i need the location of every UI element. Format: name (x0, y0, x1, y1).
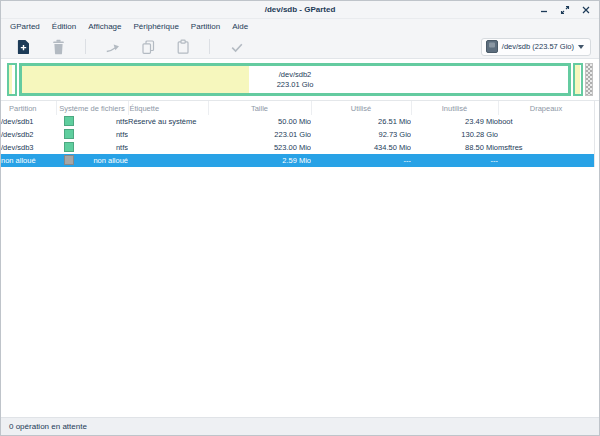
cell-filesystem: ntfs (56, 115, 128, 128)
gparted-window: { "window": { "title": "/dev/sdb - GPart… (0, 0, 600, 436)
cell-partition: /dev/sdb2 (1, 128, 56, 141)
cell-flags: boot (498, 115, 594, 128)
cell-flags (498, 154, 594, 167)
cell-unused: --- (411, 154, 498, 167)
paste-button[interactable] (174, 38, 191, 55)
cell-label (128, 141, 208, 154)
toolbar: /dev/sdb (223.57 Gio) (1, 35, 599, 59)
col-header-flags[interactable]: Drapeaux (498, 101, 594, 115)
cell-partition: non alloué (1, 154, 56, 167)
resize-move-button[interactable] (104, 38, 121, 55)
cell-unused: 130.28 Gio (411, 128, 498, 141)
resize-move-icon (105, 39, 121, 55)
status-text: 0 opération en attente (9, 422, 87, 431)
menu-peripherique[interactable]: Périphérique (127, 19, 184, 35)
close-icon (581, 5, 591, 15)
disk-segment-sdb3[interactable] (573, 63, 583, 96)
menu-edition[interactable]: Édition (46, 19, 82, 35)
table-row-sdb2[interactable]: /dev/sdb2 ntfs 223.01 Gio 92.73 Gio 130.… (1, 128, 594, 141)
new-partition-icon (16, 39, 31, 55)
title-bar[interactable]: /dev/sdb - GParted (1, 1, 599, 19)
disk-segment-unallocated[interactable] (585, 63, 593, 96)
col-header-partition[interactable]: Partition (1, 101, 56, 115)
menu-affichage[interactable]: Affichage (82, 19, 127, 35)
cell-flags (498, 128, 594, 141)
cell-used: --- (311, 154, 411, 167)
paste-icon (175, 39, 191, 55)
cell-flags: msftres (498, 141, 594, 154)
chevron-down-icon (578, 45, 584, 49)
fs-color-swatch (64, 129, 74, 139)
disk-segment-sdb1[interactable] (7, 63, 17, 96)
cell-unused: 88.50 Mio (411, 141, 498, 154)
minimize-icon (539, 5, 549, 15)
cell-partition: /dev/sdb3 (1, 141, 56, 154)
menu-bar: GParted Édition Affichage Périphérique P… (1, 19, 599, 35)
cell-filesystem: non alloué (56, 154, 128, 167)
menu-aide[interactable]: Aide (226, 19, 254, 35)
device-selector-label: /dev/sdb (223.57 Gio) (502, 42, 574, 51)
disk-visual-panel: /dev/sdb2 223.01 Gio (1, 59, 599, 101)
menu-gparted[interactable]: GParted (4, 19, 46, 35)
fs-color-swatch (64, 155, 74, 165)
col-header-label[interactable]: Étiquette (128, 101, 208, 115)
cell-label: Réservé au système (128, 115, 208, 128)
apply-check-icon (229, 39, 245, 55)
toolbar-separator (85, 39, 86, 54)
col-header-unused[interactable]: Inutilisé (411, 101, 498, 115)
partition-table: Partition Système de fichiers Étiquette … (1, 101, 595, 167)
cell-unused: 23.49 Mio (411, 115, 498, 128)
trash-icon (51, 39, 66, 55)
copy-button[interactable] (139, 38, 156, 55)
cell-label (128, 154, 208, 167)
cell-label (128, 128, 208, 141)
disk-segment-size: 223.01 Gio (277, 80, 314, 90)
cell-filesystem: ntfs (56, 128, 128, 141)
table-header-row: Partition Système de fichiers Étiquette … (1, 101, 594, 115)
restore-icon (560, 5, 570, 15)
cell-used: 26.51 Mio (311, 115, 411, 128)
window-title: /dev/sdb - GParted (265, 5, 336, 14)
col-header-used[interactable]: Utilisé (311, 101, 411, 115)
cell-size: 223.01 Gio (208, 128, 311, 141)
copy-icon (140, 39, 156, 55)
close-button[interactable] (579, 3, 593, 17)
cell-size: 523.00 Mio (208, 141, 311, 154)
status-bar: 0 opération en attente (1, 417, 599, 435)
minimize-button[interactable] (537, 3, 551, 17)
col-header-size[interactable]: Taille (208, 101, 311, 115)
fs-color-swatch (64, 116, 74, 126)
device-selector[interactable]: /dev/sdb (223.57 Gio) (481, 38, 591, 56)
delete-partition-button[interactable] (50, 38, 67, 55)
table-row-sdb3[interactable]: /dev/sdb3 ntfs 523.00 Mio 434.50 Mio 88.… (1, 141, 594, 154)
new-partition-button[interactable] (15, 38, 32, 55)
table-row-sdb1[interactable]: /dev/sdb1 ntfs Réservé au système 50.00 … (1, 115, 594, 128)
toolbar-separator (209, 39, 210, 54)
cell-filesystem: ntfs (56, 141, 128, 154)
menu-partition[interactable]: Partition (185, 19, 226, 35)
apply-button[interactable] (228, 38, 245, 55)
cell-size: 2.59 Mio (208, 154, 311, 167)
cell-size: 50.00 Mio (208, 115, 311, 128)
window-controls (537, 1, 593, 19)
disk-segment-label-block: /dev/sdb2 223.01 Gio (277, 70, 314, 89)
cell-used: 434.50 Mio (311, 141, 411, 154)
cell-partition: /dev/sdb1 (1, 115, 56, 128)
table-row-unallocated[interactable]: non alloué non alloué 2.59 Mio --- --- (1, 154, 594, 167)
fs-color-swatch (64, 142, 74, 152)
col-header-filesystem[interactable]: Système de fichiers (56, 101, 128, 115)
restore-button[interactable] (558, 3, 572, 17)
hard-drive-icon (486, 40, 498, 53)
cell-used: 92.73 Gio (311, 128, 411, 141)
disk-segment-name: /dev/sdb2 (277, 70, 314, 80)
disk-segment-sdb2[interactable]: /dev/sdb2 223.01 Gio (19, 63, 571, 96)
